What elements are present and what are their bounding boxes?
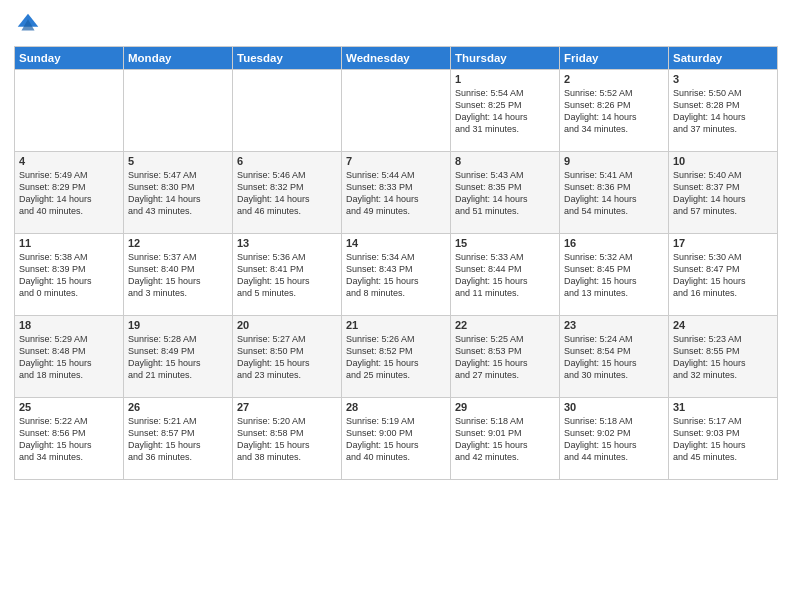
day-info: Sunrise: 5:54 AM Sunset: 8:25 PM Dayligh… [455, 87, 555, 136]
day-info: Sunrise: 5:36 AM Sunset: 8:41 PM Dayligh… [237, 251, 337, 300]
col-header-thursday: Thursday [451, 47, 560, 70]
col-header-monday: Monday [124, 47, 233, 70]
day-number: 8 [455, 155, 555, 167]
day-number: 2 [564, 73, 664, 85]
day-cell: 4Sunrise: 5:49 AM Sunset: 8:29 PM Daylig… [15, 152, 124, 234]
day-info: Sunrise: 5:19 AM Sunset: 9:00 PM Dayligh… [346, 415, 446, 464]
day-cell: 16Sunrise: 5:32 AM Sunset: 8:45 PM Dayli… [560, 234, 669, 316]
day-number: 28 [346, 401, 446, 413]
day-info: Sunrise: 5:22 AM Sunset: 8:56 PM Dayligh… [19, 415, 119, 464]
day-number: 23 [564, 319, 664, 331]
day-info: Sunrise: 5:32 AM Sunset: 8:45 PM Dayligh… [564, 251, 664, 300]
day-number: 19 [128, 319, 228, 331]
day-info: Sunrise: 5:18 AM Sunset: 9:02 PM Dayligh… [564, 415, 664, 464]
day-cell: 27Sunrise: 5:20 AM Sunset: 8:58 PM Dayli… [233, 398, 342, 480]
day-cell: 21Sunrise: 5:26 AM Sunset: 8:52 PM Dayli… [342, 316, 451, 398]
day-cell: 7Sunrise: 5:44 AM Sunset: 8:33 PM Daylig… [342, 152, 451, 234]
day-number: 1 [455, 73, 555, 85]
day-cell: 22Sunrise: 5:25 AM Sunset: 8:53 PM Dayli… [451, 316, 560, 398]
day-info: Sunrise: 5:52 AM Sunset: 8:26 PM Dayligh… [564, 87, 664, 136]
day-number: 6 [237, 155, 337, 167]
day-cell [342, 70, 451, 152]
day-number: 21 [346, 319, 446, 331]
day-number: 15 [455, 237, 555, 249]
calendar: SundayMondayTuesdayWednesdayThursdayFrid… [14, 46, 778, 480]
day-number: 12 [128, 237, 228, 249]
day-info: Sunrise: 5:44 AM Sunset: 8:33 PM Dayligh… [346, 169, 446, 218]
day-cell: 5Sunrise: 5:47 AM Sunset: 8:30 PM Daylig… [124, 152, 233, 234]
week-row-4: 25Sunrise: 5:22 AM Sunset: 8:56 PM Dayli… [15, 398, 778, 480]
day-cell: 19Sunrise: 5:28 AM Sunset: 8:49 PM Dayli… [124, 316, 233, 398]
day-number: 22 [455, 319, 555, 331]
day-info: Sunrise: 5:18 AM Sunset: 9:01 PM Dayligh… [455, 415, 555, 464]
day-info: Sunrise: 5:37 AM Sunset: 8:40 PM Dayligh… [128, 251, 228, 300]
page-container: SundayMondayTuesdayWednesdayThursdayFrid… [0, 0, 792, 612]
day-cell [15, 70, 124, 152]
day-cell: 11Sunrise: 5:38 AM Sunset: 8:39 PM Dayli… [15, 234, 124, 316]
day-number: 7 [346, 155, 446, 167]
day-info: Sunrise: 5:30 AM Sunset: 8:47 PM Dayligh… [673, 251, 773, 300]
day-number: 10 [673, 155, 773, 167]
day-info: Sunrise: 5:20 AM Sunset: 8:58 PM Dayligh… [237, 415, 337, 464]
day-info: Sunrise: 5:25 AM Sunset: 8:53 PM Dayligh… [455, 333, 555, 382]
day-cell: 29Sunrise: 5:18 AM Sunset: 9:01 PM Dayli… [451, 398, 560, 480]
col-header-sunday: Sunday [15, 47, 124, 70]
day-info: Sunrise: 5:21 AM Sunset: 8:57 PM Dayligh… [128, 415, 228, 464]
day-info: Sunrise: 5:46 AM Sunset: 8:32 PM Dayligh… [237, 169, 337, 218]
day-number: 9 [564, 155, 664, 167]
day-cell: 24Sunrise: 5:23 AM Sunset: 8:55 PM Dayli… [669, 316, 778, 398]
week-row-3: 18Sunrise: 5:29 AM Sunset: 8:48 PM Dayli… [15, 316, 778, 398]
week-row-0: 1Sunrise: 5:54 AM Sunset: 8:25 PM Daylig… [15, 70, 778, 152]
day-number: 26 [128, 401, 228, 413]
day-info: Sunrise: 5:17 AM Sunset: 9:03 PM Dayligh… [673, 415, 773, 464]
day-cell: 15Sunrise: 5:33 AM Sunset: 8:44 PM Dayli… [451, 234, 560, 316]
day-info: Sunrise: 5:47 AM Sunset: 8:30 PM Dayligh… [128, 169, 228, 218]
day-info: Sunrise: 5:29 AM Sunset: 8:48 PM Dayligh… [19, 333, 119, 382]
col-header-friday: Friday [560, 47, 669, 70]
week-row-1: 4Sunrise: 5:49 AM Sunset: 8:29 PM Daylig… [15, 152, 778, 234]
day-info: Sunrise: 5:38 AM Sunset: 8:39 PM Dayligh… [19, 251, 119, 300]
day-info: Sunrise: 5:40 AM Sunset: 8:37 PM Dayligh… [673, 169, 773, 218]
day-number: 14 [346, 237, 446, 249]
day-number: 30 [564, 401, 664, 413]
day-number: 13 [237, 237, 337, 249]
day-info: Sunrise: 5:33 AM Sunset: 8:44 PM Dayligh… [455, 251, 555, 300]
day-cell: 1Sunrise: 5:54 AM Sunset: 8:25 PM Daylig… [451, 70, 560, 152]
day-cell: 3Sunrise: 5:50 AM Sunset: 8:28 PM Daylig… [669, 70, 778, 152]
day-cell: 25Sunrise: 5:22 AM Sunset: 8:56 PM Dayli… [15, 398, 124, 480]
day-number: 17 [673, 237, 773, 249]
day-cell: 2Sunrise: 5:52 AM Sunset: 8:26 PM Daylig… [560, 70, 669, 152]
day-info: Sunrise: 5:41 AM Sunset: 8:36 PM Dayligh… [564, 169, 664, 218]
day-info: Sunrise: 5:26 AM Sunset: 8:52 PM Dayligh… [346, 333, 446, 382]
day-cell [124, 70, 233, 152]
day-info: Sunrise: 5:23 AM Sunset: 8:55 PM Dayligh… [673, 333, 773, 382]
day-cell: 31Sunrise: 5:17 AM Sunset: 9:03 PM Dayli… [669, 398, 778, 480]
header [14, 10, 778, 38]
day-cell: 30Sunrise: 5:18 AM Sunset: 9:02 PM Dayli… [560, 398, 669, 480]
day-info: Sunrise: 5:24 AM Sunset: 8:54 PM Dayligh… [564, 333, 664, 382]
day-cell: 26Sunrise: 5:21 AM Sunset: 8:57 PM Dayli… [124, 398, 233, 480]
day-number: 4 [19, 155, 119, 167]
logo [14, 10, 46, 38]
day-cell [233, 70, 342, 152]
day-cell: 9Sunrise: 5:41 AM Sunset: 8:36 PM Daylig… [560, 152, 669, 234]
col-header-wednesday: Wednesday [342, 47, 451, 70]
day-cell: 14Sunrise: 5:34 AM Sunset: 8:43 PM Dayli… [342, 234, 451, 316]
day-cell: 17Sunrise: 5:30 AM Sunset: 8:47 PM Dayli… [669, 234, 778, 316]
day-number: 18 [19, 319, 119, 331]
day-info: Sunrise: 5:28 AM Sunset: 8:49 PM Dayligh… [128, 333, 228, 382]
day-info: Sunrise: 5:49 AM Sunset: 8:29 PM Dayligh… [19, 169, 119, 218]
day-info: Sunrise: 5:43 AM Sunset: 8:35 PM Dayligh… [455, 169, 555, 218]
day-number: 27 [237, 401, 337, 413]
week-row-2: 11Sunrise: 5:38 AM Sunset: 8:39 PM Dayli… [15, 234, 778, 316]
day-cell: 18Sunrise: 5:29 AM Sunset: 8:48 PM Dayli… [15, 316, 124, 398]
day-info: Sunrise: 5:50 AM Sunset: 8:28 PM Dayligh… [673, 87, 773, 136]
day-info: Sunrise: 5:27 AM Sunset: 8:50 PM Dayligh… [237, 333, 337, 382]
day-cell: 13Sunrise: 5:36 AM Sunset: 8:41 PM Dayli… [233, 234, 342, 316]
day-info: Sunrise: 5:34 AM Sunset: 8:43 PM Dayligh… [346, 251, 446, 300]
logo-icon [14, 10, 42, 38]
day-cell: 12Sunrise: 5:37 AM Sunset: 8:40 PM Dayli… [124, 234, 233, 316]
calendar-header-row: SundayMondayTuesdayWednesdayThursdayFrid… [15, 47, 778, 70]
day-number: 29 [455, 401, 555, 413]
day-number: 16 [564, 237, 664, 249]
